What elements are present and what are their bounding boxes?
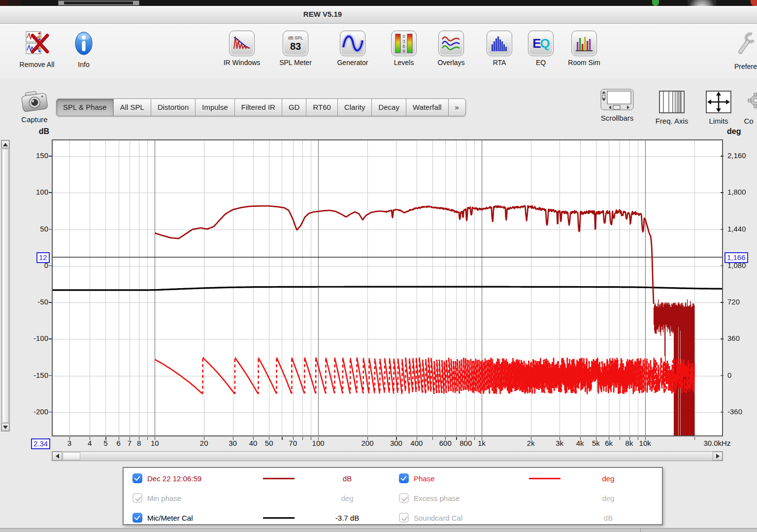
- right-axis-tick: 1,440: [727, 225, 757, 233]
- background-decor: [64, 1, 133, 4]
- tab-impulse[interactable]: Impulse: [195, 99, 235, 116]
- phase-checkbox[interactable]: [399, 473, 409, 483]
- left-arrow-icon: [56, 454, 59, 459]
- spl-meter-icon: dB SPL83: [283, 31, 308, 56]
- scroll-down-button[interactable]: [1, 423, 9, 431]
- tick-mark: [204, 437, 204, 440]
- phase-swatch: [529, 478, 560, 479]
- tab-all-spl[interactable]: All SPL: [113, 99, 151, 116]
- freq-axis-tick: 10: [151, 439, 159, 447]
- scrollbars-view-button[interactable]: Scrollbars: [596, 89, 638, 122]
- soundcard-cal-checkbox[interactable]: [399, 513, 409, 523]
- tick-mark: [49, 338, 52, 339]
- tick-mark: [432, 437, 433, 440]
- background-decor: [652, 0, 659, 6]
- tick-mark: [311, 437, 311, 440]
- right-axis-unit: deg: [727, 127, 741, 136]
- horizontal-scrollbar[interactable]: [52, 451, 723, 461]
- eq-button[interactable]: EQEQ: [526, 31, 556, 66]
- window-title: REW V5.19: [303, 10, 342, 18]
- freq-axis-tick: 5k: [592, 439, 600, 447]
- left-axis-tick: 150: [15, 151, 48, 160]
- cursor-deg-readout: 1,166: [724, 252, 748, 263]
- soundcard-cal-unit: dB: [579, 514, 638, 522]
- tick-mark: [466, 437, 466, 440]
- tick-mark: [119, 437, 119, 440]
- info-button[interactable]: Info: [66, 31, 101, 68]
- tick-mark: [638, 437, 638, 440]
- freq-axis-tick: 5: [103, 439, 107, 447]
- tick-mark: [694, 437, 695, 440]
- background-decor: [751, 0, 757, 6]
- freq-axis-tick: 4: [88, 439, 92, 447]
- generator-button[interactable]: Generator: [328, 31, 377, 66]
- tick-mark: [721, 375, 724, 376]
- vertical-scrollbar[interactable]: [1, 140, 10, 432]
- controls-icon: [739, 91, 757, 115]
- right-axis-tick: -360: [727, 407, 757, 416]
- title-bar: REW V5.19: [0, 6, 757, 24]
- tick-mark: [139, 437, 139, 440]
- tab-gd[interactable]: GD: [282, 99, 307, 116]
- tick-mark: [474, 437, 475, 440]
- tab-decay[interactable]: Decay: [371, 99, 406, 116]
- tick-mark: [49, 156, 52, 157]
- freq-axis-tick: 50: [265, 439, 273, 447]
- controls-view-button[interactable]: Co: [739, 91, 757, 125]
- tab-waterfall[interactable]: Waterfall: [406, 99, 449, 116]
- rta-icon: [487, 31, 512, 56]
- tick-mark: [302, 437, 303, 440]
- preferences-button[interactable]: Prefere: [726, 31, 757, 70]
- horizontal-scroll-thumb[interactable]: [63, 452, 80, 460]
- cursor-db-readout: 12: [36, 252, 50, 263]
- freq-axis-tick: 800: [460, 439, 472, 447]
- svg-text:3: 3: [402, 39, 405, 44]
- room-sim-button[interactable]: Room Sim: [560, 31, 609, 66]
- background-decor: [688, 0, 716, 6]
- eq-label: EQ: [526, 59, 556, 66]
- scroll-right-button[interactable]: [713, 452, 723, 461]
- scrollbars-icon: [596, 89, 638, 112]
- tab-overflow[interactable]: »: [448, 99, 466, 116]
- limits-label: Limits: [702, 117, 735, 125]
- vertical-scroll-thumb[interactable]: [2, 149, 9, 423]
- tick-mark: [147, 437, 148, 440]
- freq-axis-view-button[interactable]: Freq. Axis: [655, 91, 689, 125]
- capture-label: Capture: [14, 115, 55, 124]
- up-arrow-icon: [3, 143, 8, 146]
- tick-mark: [456, 437, 457, 440]
- generator-label: Generator: [328, 59, 377, 66]
- down-arrow-icon: [3, 426, 8, 429]
- freq-axis-tick: 3k: [556, 439, 563, 447]
- tick-mark: [620, 437, 620, 440]
- scroll-left-button[interactable]: [52, 452, 62, 461]
- spl-phase-chart[interactable]: [52, 139, 723, 436]
- legend-row-soundcard-cal: Soundcard CaldB: [124, 508, 662, 528]
- ir-windows-button[interactable]: IR Windows: [215, 31, 269, 66]
- tab-clarity[interactable]: Clarity: [337, 99, 372, 116]
- freq-axis-tick: 8k: [625, 439, 633, 447]
- left-axis-unit: dB: [27, 127, 49, 136]
- tab-distortion[interactable]: Distortion: [151, 99, 196, 116]
- overlays-button[interactable]: Overlays: [427, 31, 476, 66]
- freq-axis-tick: 400: [410, 439, 423, 447]
- tab-filtered-ir[interactable]: Filtered IR: [234, 99, 282, 116]
- info-icon: [66, 31, 101, 58]
- tick-mark: [580, 437, 581, 440]
- tick-mark: [69, 437, 70, 440]
- scroll-up-button[interactable]: [1, 140, 9, 148]
- toolbar: Remove All Info IR WindowsdB SPL83SPL Me…: [0, 24, 757, 79]
- tick-mark: [105, 437, 106, 440]
- remove-all-button[interactable]: Remove All: [10, 31, 64, 68]
- limits-view-button[interactable]: Limits: [702, 91, 735, 125]
- rta-button[interactable]: RTA: [482, 31, 517, 66]
- capture-button[interactable]: Capture: [14, 90, 55, 124]
- preferences-label: Prefere: [726, 63, 757, 70]
- tab-rt60[interactable]: RT60: [306, 99, 337, 116]
- tab-spl-phase[interactable]: SPL & Phase: [56, 99, 114, 116]
- levels-button[interactable]: 0 3 6 9Levels: [384, 31, 424, 66]
- excess-phase-checkbox[interactable]: [399, 493, 409, 503]
- freq-axis-label: Freq. Axis: [655, 117, 689, 125]
- spl-meter-button[interactable]: dB SPL83SPL Meter: [271, 31, 320, 66]
- eq-icon: EQ: [528, 31, 554, 56]
